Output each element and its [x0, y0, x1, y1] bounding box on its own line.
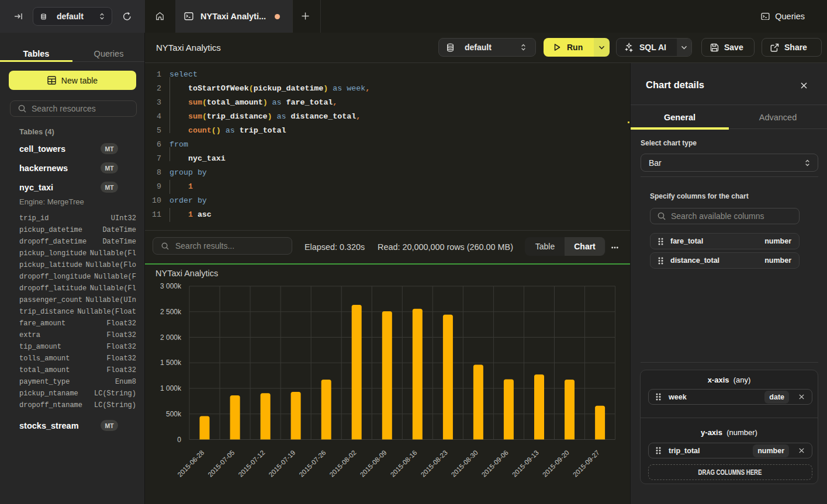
svg-text:2015-07-12: 2015-07-12 — [237, 449, 266, 478]
svg-text:2015-09-06: 2015-09-06 — [480, 449, 510, 478]
svg-text:2015-08-23: 2015-08-23 — [420, 449, 449, 478]
svg-text:2015-08-16: 2015-08-16 — [389, 449, 418, 478]
svg-text:2015-07-05: 2015-07-05 — [206, 449, 236, 478]
svg-text:NYTaxi Analytics: NYTaxi Analytics — [155, 269, 218, 278]
svg-text:2 500k: 2 500k — [160, 308, 182, 316]
svg-text:2015-08-09: 2015-08-09 — [359, 449, 388, 478]
svg-text:0: 0 — [177, 436, 181, 444]
svg-text:3 000k: 3 000k — [160, 282, 182, 290]
svg-text:1 500k: 1 500k — [160, 359, 182, 367]
svg-text:2015-07-26: 2015-07-26 — [298, 449, 327, 478]
svg-text:2015-08-30: 2015-08-30 — [450, 449, 479, 478]
svg-text:2015-07-19: 2015-07-19 — [267, 449, 296, 478]
svg-text:2015-09-27: 2015-09-27 — [572, 449, 601, 478]
svg-text:1 000k: 1 000k — [160, 384, 182, 392]
svg-text:2015-09-20: 2015-09-20 — [541, 449, 570, 478]
svg-text:2015-06-28: 2015-06-28 — [176, 449, 205, 478]
svg-text:2 000k: 2 000k — [160, 333, 182, 342]
svg-text:2015-09-13: 2015-09-13 — [511, 449, 540, 478]
svg-text:500k: 500k — [166, 410, 182, 418]
svg-text:2015-08-02: 2015-08-02 — [328, 449, 358, 478]
